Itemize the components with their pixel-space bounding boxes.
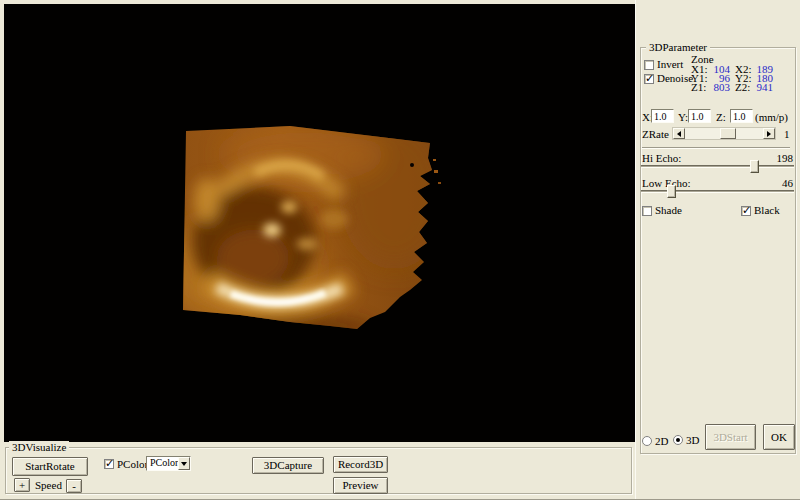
speed-minus-button[interactable]: - (66, 479, 82, 493)
3dcapture-button[interactable]: 3DCapture (252, 457, 324, 474)
parameter-panel: 3DParameter Invert Denoise Zone X1: 104 … (635, 0, 800, 500)
black-checkbox[interactable] (741, 206, 751, 216)
low-echo-slider-track[interactable] (641, 190, 794, 193)
zrate-value: 1 (784, 129, 790, 140)
shade-checkbox[interactable] (642, 206, 652, 216)
mode-2d-radio[interactable] (642, 436, 652, 446)
hi-echo-label: Hi Echo: (642, 153, 681, 164)
3d-viewport[interactable] (4, 4, 635, 442)
pcolor-checkbox[interactable] (104, 459, 114, 469)
pcolor-dropdown[interactable]: PColor (146, 456, 191, 471)
3dstart-button[interactable]: 3DStart (705, 424, 756, 450)
visualize-group-title: 3DVisualize (9, 441, 69, 453)
scale-x-input[interactable] (651, 109, 674, 123)
mode-2d-label: 2D (655, 436, 668, 447)
scale-z-label: Z: (716, 112, 726, 123)
mode-3d-label: 3D (686, 435, 699, 446)
shade-label: Shade (655, 205, 682, 216)
record3d-button[interactable]: Record3D (333, 456, 388, 473)
scale-unit-label: (mm/p) (755, 112, 788, 123)
zrate-label: ZRate (642, 129, 669, 140)
scale-y-input[interactable] (688, 109, 711, 123)
scale-z-input[interactable] (730, 109, 753, 123)
invert-checkbox[interactable] (644, 60, 654, 70)
hi-echo-slider-thumb[interactable] (750, 160, 759, 173)
preview-button[interactable]: Preview (333, 477, 388, 494)
invert-label: Invert (657, 59, 683, 70)
denoise-checkbox[interactable] (644, 74, 654, 84)
ultrasound-render (4, 4, 635, 442)
mode-3d-radio[interactable] (673, 435, 683, 445)
start-rotate-button[interactable]: StartRotate (12, 457, 88, 476)
low-echo-slider-thumb[interactable] (667, 185, 676, 198)
parameter-group-title: 3DParameter (646, 41, 710, 53)
zone-z1-value: 803 (706, 82, 730, 93)
chevron-down-icon[interactable] (178, 457, 190, 470)
pcolor-label: PColor (117, 459, 148, 470)
scale-y-label: Y: (678, 112, 688, 123)
pcolor-dropdown-value: PColor (150, 457, 178, 469)
zrate-thumb[interactable] (720, 128, 736, 139)
divider (642, 147, 790, 149)
zone-z1-label: Z1: (691, 82, 706, 93)
denoise-label: Denoise (657, 73, 693, 84)
hi-echo-value: 198 (769, 153, 793, 164)
hi-echo-slider-track[interactable] (641, 165, 794, 168)
zrate-left-arrow-icon[interactable] (673, 128, 685, 139)
speed-plus-button[interactable]: + (14, 478, 30, 492)
speed-label: Speed (35, 480, 62, 491)
black-label: Black (754, 205, 780, 216)
ok-button[interactable]: OK (763, 424, 795, 450)
low-echo-value: 46 (769, 178, 793, 189)
zrate-scrollbar[interactable] (672, 127, 776, 140)
zone-z2-value: 941 (749, 82, 773, 93)
zone-z2-label: Z2: (735, 82, 750, 93)
zrate-right-arrow-icon[interactable] (763, 128, 775, 139)
